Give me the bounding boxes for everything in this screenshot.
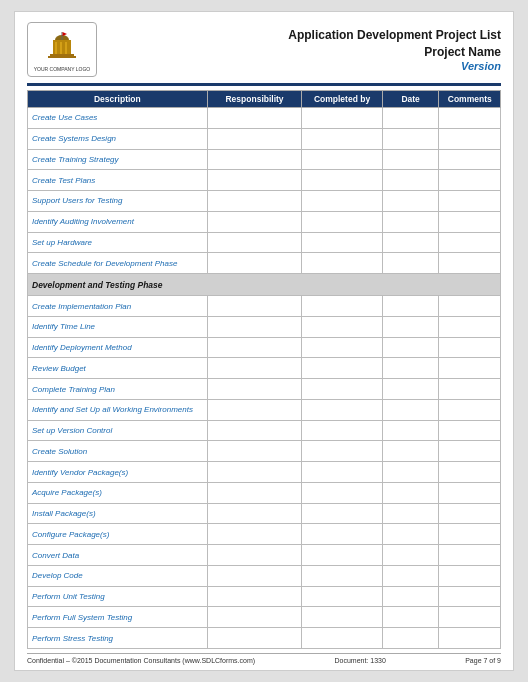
- row-description[interactable]: Develop Code: [28, 565, 208, 586]
- row-description[interactable]: Review Budget: [28, 358, 208, 379]
- row-responsibility: [207, 296, 302, 317]
- row-comments: [439, 211, 501, 232]
- table-row: Develop Code: [28, 565, 501, 586]
- row-description[interactable]: Perform Stress Testing: [28, 628, 208, 649]
- row-description[interactable]: Set up Hardware: [28, 232, 208, 253]
- table-row: Development and Testing Phase: [28, 274, 501, 296]
- section-header-cell: Development and Testing Phase: [28, 274, 501, 296]
- row-description[interactable]: Create Implementation Plan: [28, 296, 208, 317]
- row-comments: [439, 253, 501, 274]
- row-comments: [439, 628, 501, 649]
- row-completed-by: [302, 420, 382, 441]
- row-comments: [439, 108, 501, 129]
- row-description[interactable]: Create Training Strategy: [28, 149, 208, 170]
- row-responsibility: [207, 503, 302, 524]
- row-responsibility: [207, 316, 302, 337]
- row-completed-by: [302, 191, 382, 212]
- row-responsibility: [207, 149, 302, 170]
- row-description[interactable]: Identify Vendor Package(s): [28, 462, 208, 483]
- row-description[interactable]: Set up Version Control: [28, 420, 208, 441]
- row-completed-by: [302, 565, 382, 586]
- row-comments: [439, 399, 501, 420]
- row-responsibility: [207, 462, 302, 483]
- row-comments: [439, 524, 501, 545]
- table-row: Configure Package(s): [28, 524, 501, 545]
- table-row: Complete Training Plan: [28, 379, 501, 400]
- row-comments: [439, 358, 501, 379]
- row-responsibility: [207, 253, 302, 274]
- col-header-responsibility: Responsibility: [207, 91, 302, 108]
- row-responsibility: [207, 170, 302, 191]
- table-row: Acquire Package(s): [28, 482, 501, 503]
- row-description[interactable]: Perform Unit Testing: [28, 586, 208, 607]
- row-description[interactable]: Convert Data: [28, 545, 208, 566]
- table-row: Create Training Strategy: [28, 149, 501, 170]
- row-completed-by: [302, 545, 382, 566]
- row-description[interactable]: Identify Deployment Method: [28, 337, 208, 358]
- row-completed-by: [302, 358, 382, 379]
- table-row: Create Systems Design: [28, 128, 501, 149]
- table-row: Create Use Cases: [28, 108, 501, 129]
- row-comments: [439, 128, 501, 149]
- row-responsibility: [207, 628, 302, 649]
- row-date: [382, 337, 439, 358]
- row-description[interactable]: Create Systems Design: [28, 128, 208, 149]
- row-responsibility: [207, 441, 302, 462]
- row-description[interactable]: Create Schedule for Development Phase: [28, 253, 208, 274]
- row-description[interactable]: Configure Package(s): [28, 524, 208, 545]
- row-completed-by: [302, 441, 382, 462]
- row-responsibility: [207, 211, 302, 232]
- row-description[interactable]: Identify Time Line: [28, 316, 208, 337]
- row-completed-by: [302, 379, 382, 400]
- row-date: [382, 503, 439, 524]
- row-date: [382, 545, 439, 566]
- row-responsibility: [207, 191, 302, 212]
- row-description[interactable]: Complete Training Plan: [28, 379, 208, 400]
- row-description[interactable]: Perform Full System Testing: [28, 607, 208, 628]
- row-completed-by: [302, 108, 382, 129]
- row-comments: [439, 607, 501, 628]
- document-footer: Confidential – ©2015 Documentation Consu…: [27, 653, 501, 664]
- row-completed-by: [302, 503, 382, 524]
- row-description[interactable]: Support Users for Testing: [28, 191, 208, 212]
- row-responsibility: [207, 482, 302, 503]
- row-completed-by: [302, 253, 382, 274]
- row-description[interactable]: Identify and Set Up all Working Environm…: [28, 399, 208, 420]
- row-responsibility: [207, 128, 302, 149]
- row-date: [382, 253, 439, 274]
- row-date: [382, 211, 439, 232]
- row-description[interactable]: Identify Auditing Involvement: [28, 211, 208, 232]
- table-row: Identify Vendor Package(s): [28, 462, 501, 483]
- row-date: [382, 108, 439, 129]
- svg-rect-4: [65, 42, 67, 54]
- row-comments: [439, 191, 501, 212]
- row-description[interactable]: Install Package(s): [28, 503, 208, 524]
- row-description[interactable]: Acquire Package(s): [28, 482, 208, 503]
- row-date: [382, 565, 439, 586]
- table-row: Perform Stress Testing: [28, 628, 501, 649]
- document-page: YOUR COMPANY LOGO Application Developmen…: [14, 11, 514, 671]
- row-completed-by: [302, 462, 382, 483]
- row-comments: [439, 545, 501, 566]
- row-description[interactable]: Create Solution: [28, 441, 208, 462]
- row-completed-by: [302, 586, 382, 607]
- row-description[interactable]: Create Use Cases: [28, 108, 208, 129]
- row-completed-by: [302, 337, 382, 358]
- row-responsibility: [207, 524, 302, 545]
- row-completed-by: [302, 607, 382, 628]
- table-row: Identify and Set Up all Working Environm…: [28, 399, 501, 420]
- footer-right: Page 7 of 9: [465, 657, 501, 664]
- row-date: [382, 191, 439, 212]
- row-completed-by: [302, 399, 382, 420]
- row-date: [382, 170, 439, 191]
- row-date: [382, 586, 439, 607]
- row-completed-by: [302, 482, 382, 503]
- row-comments: [439, 565, 501, 586]
- row-date: [382, 232, 439, 253]
- table-row: Create Solution: [28, 441, 501, 462]
- col-header-date: Date: [382, 91, 439, 108]
- svg-rect-5: [50, 54, 74, 56]
- row-date: [382, 358, 439, 379]
- row-description[interactable]: Create Test Plans: [28, 170, 208, 191]
- row-comments: [439, 149, 501, 170]
